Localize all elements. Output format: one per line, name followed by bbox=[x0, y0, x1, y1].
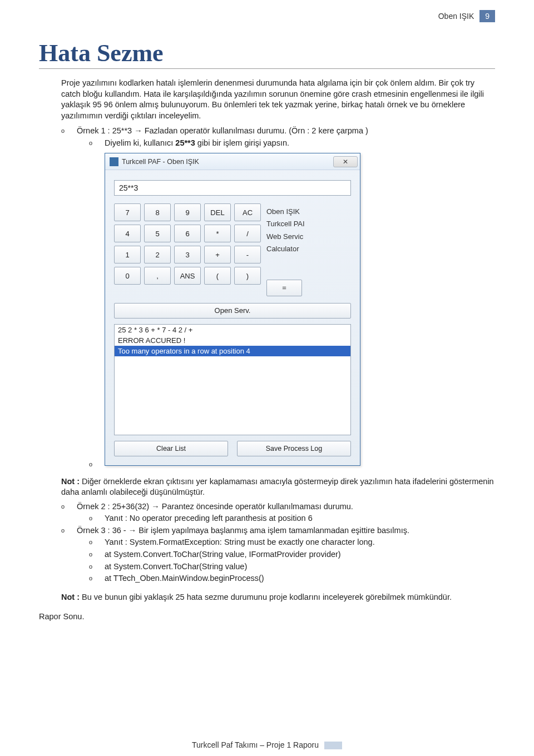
app-icon bbox=[110, 157, 118, 166]
clear-list-button[interactable]: Clear List bbox=[114, 441, 228, 456]
log-row[interactable]: 25 2 * 3 6 + * 7 - 4 2 / + bbox=[115, 325, 350, 335]
key-2[interactable]: 2 bbox=[144, 246, 171, 263]
key-1[interactable]: 1 bbox=[114, 246, 141, 263]
bullet-mark: o bbox=[61, 501, 77, 513]
side-line: Oben IŞIK bbox=[266, 206, 351, 218]
page-header: Oben IŞIK 9 bbox=[438, 10, 495, 22]
header-author: Oben IŞIK bbox=[438, 12, 474, 21]
key-9[interactable]: 9 bbox=[174, 203, 201, 221]
footer-badge bbox=[324, 742, 342, 749]
key-rparen[interactable]: ) bbox=[234, 267, 261, 285]
titlebar: Turkcell PAF - Oben IŞIK ✕ bbox=[105, 153, 360, 170]
key-4[interactable]: 4 bbox=[114, 225, 141, 242]
save-log-button[interactable]: Save Process Log bbox=[237, 441, 351, 456]
note-2: Not : Bu ve bunun gibi yaklaşık 25 hata … bbox=[61, 592, 495, 603]
example-3-line: o at TTech_Oben.MainWindow.beginProcess(… bbox=[89, 573, 495, 584]
key-ac[interactable]: AC bbox=[234, 203, 261, 221]
window-title: Turkcell PAF - Oben IŞIK bbox=[122, 158, 199, 166]
key-5[interactable]: 5 bbox=[144, 225, 171, 242]
page-title: Hata Sezme bbox=[39, 39, 495, 69]
note-1: Not : Diğer örneklerde ekran çıktısını y… bbox=[61, 476, 495, 498]
example-3-line: o at System.Convert.ToChar(String value) bbox=[89, 561, 495, 573]
calculator-window: Turkcell PAF - Oben IŞIK ✕ 7 8 9 DEL AC … bbox=[105, 153, 360, 465]
calc-display-input[interactable] bbox=[114, 180, 351, 196]
side-line: Web Servic bbox=[266, 231, 351, 243]
bullet-mark: o bbox=[61, 126, 77, 137]
key-equals[interactable]: = bbox=[266, 280, 302, 296]
example-3: o Örnek 3 : 36 - → Bir işlem yapılmaya b… bbox=[61, 525, 495, 536]
key-0[interactable]: 0 bbox=[114, 267, 141, 285]
example-1-sub: o Diyelim ki, kullanıcı 25**3 gibi bir i… bbox=[89, 138, 495, 149]
bullet-mark: o bbox=[89, 561, 105, 573]
example-1: o Örnek 1 : 25**3 → Fazladan operatör ku… bbox=[61, 126, 495, 137]
close-button[interactable]: ✕ bbox=[333, 156, 358, 167]
log-row[interactable]: ERROR ACCURED ! bbox=[115, 335, 350, 346]
bullet-mark: o bbox=[89, 513, 105, 524]
side-line: Turkcell PAI bbox=[266, 218, 351, 230]
key-comma[interactable]: , bbox=[144, 267, 171, 285]
bullet-mark: o bbox=[89, 549, 105, 560]
example-2: o Örnek 2 : 25+36(32) → Parantez öncesin… bbox=[61, 501, 495, 513]
keypad: 7 8 9 DEL AC 4 5 6 * / 1 2 3 + - bbox=[114, 203, 261, 296]
key-minus[interactable]: - bbox=[234, 246, 261, 263]
key-8[interactable]: 8 bbox=[144, 203, 171, 221]
side-line: Calculator bbox=[266, 243, 351, 255]
arrow-icon: → bbox=[128, 526, 137, 535]
example-2-response: o Yanıt : No operator preceding left par… bbox=[89, 513, 495, 524]
key-6[interactable]: 6 bbox=[174, 225, 201, 242]
key-divide[interactable]: / bbox=[234, 225, 261, 242]
close-icon: ✕ bbox=[343, 158, 348, 166]
log-list[interactable]: 25 2 * 3 6 + * 7 - 4 2 / + ERROR ACCURED… bbox=[114, 324, 351, 435]
key-plus[interactable]: + bbox=[204, 246, 231, 263]
bullet-mark: o bbox=[89, 537, 105, 548]
key-3[interactable]: 3 bbox=[174, 246, 201, 263]
bullet-mark: o bbox=[89, 138, 105, 149]
key-lparen[interactable]: ( bbox=[204, 267, 231, 285]
bullet-mark: o bbox=[89, 573, 105, 584]
bullet-mark: o bbox=[89, 459, 105, 469]
screenshot-bullet: o bbox=[89, 459, 495, 469]
side-info: Oben IŞIK Turkcell PAI Web Servic Calcul… bbox=[266, 203, 351, 296]
key-ans[interactable]: ANS bbox=[174, 267, 201, 285]
key-del[interactable]: DEL bbox=[204, 203, 231, 221]
open-serv-button[interactable]: Open Serv. bbox=[114, 303, 351, 319]
key-7[interactable]: 7 bbox=[114, 203, 141, 221]
bullet-mark: o bbox=[61, 525, 77, 536]
example-3-line: o Yanıt : System.FormatException: String… bbox=[89, 537, 495, 548]
intro-paragraph: Proje yazılımını kodlarken hatalı işleml… bbox=[61, 78, 495, 121]
log-row-selected[interactable]: Too many operators in a row at position … bbox=[115, 346, 350, 356]
arrow-icon: → bbox=[134, 126, 142, 135]
arrow-icon: → bbox=[151, 502, 160, 511]
page-footer: Turkcell Paf Takımı – Proje 1 Raporu bbox=[0, 740, 534, 749]
key-multiply[interactable]: * bbox=[204, 225, 231, 242]
report-end: Rapor Sonu. bbox=[39, 611, 495, 623]
example-3-line: o at System.Convert.ToChar(String value,… bbox=[89, 549, 495, 560]
page-number: 9 bbox=[479, 10, 495, 22]
